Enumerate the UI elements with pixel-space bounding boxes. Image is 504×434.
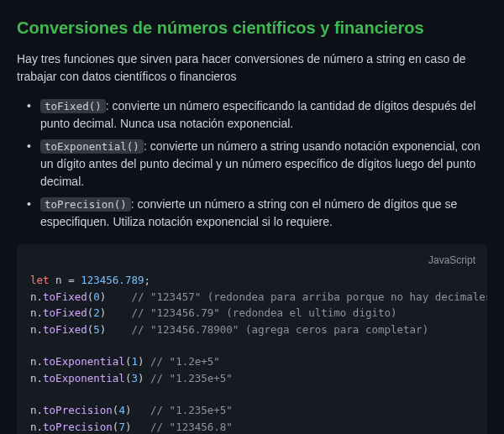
- list-item: toExponential(): convierte un número a s…: [34, 138, 487, 191]
- list-item-text: : convierte un número especificando la c…: [40, 99, 475, 130]
- comment: // "1.235e+5": [150, 404, 233, 416]
- code-inline: toFixed(): [40, 99, 106, 113]
- fn-toFixed: toFixed: [43, 290, 87, 303]
- section-heading: Conversiones de números científicos y fi…: [17, 15, 487, 40]
- comment: // "123457" (redondea para arriba porque…: [131, 290, 487, 303]
- number-literal: 123456.789: [81, 274, 144, 286]
- comment: // "1.2e+5": [150, 355, 220, 368]
- code-inline: toExponential(): [40, 139, 144, 154]
- comment: // "123456.78900" (agrega ceros para com…: [131, 323, 428, 336]
- comment: // "123456.8": [150, 421, 233, 433]
- keyword-let: let: [30, 274, 50, 286]
- fn-toPrecision: toPrecision: [43, 404, 113, 416]
- code-inline: toPrecision(): [40, 197, 131, 212]
- comment: // "123456.79" (redondea el ultimo digit…: [131, 306, 396, 319]
- comment: // "1.235e+5": [150, 372, 233, 384]
- list-item: toFixed(): convierte un número especific…: [34, 97, 487, 133]
- fn-toExponential: toExponential: [43, 355, 125, 368]
- code-block: JavaScriptlet n = 123456.789; n.toFixed(…: [17, 244, 487, 434]
- var-n: n: [55, 274, 62, 286]
- list-item: toPrecision(): convierte un número a str…: [34, 196, 487, 231]
- code-language-label: JavaScript: [428, 253, 475, 269]
- intro-text: Hay tres funciones que sirven para hacer…: [17, 50, 487, 86]
- function-list: toFixed(): convierte un número especific…: [17, 97, 487, 231]
